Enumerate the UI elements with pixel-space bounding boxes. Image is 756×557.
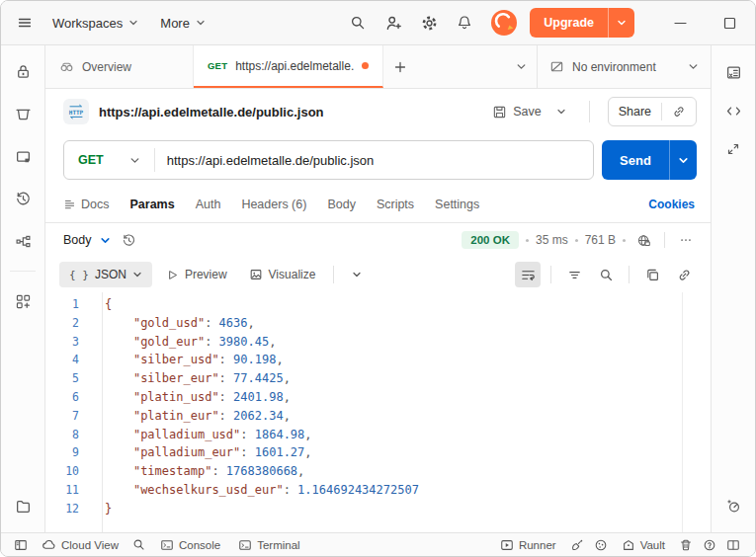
console-button[interactable]: Console: [153, 536, 227, 554]
api-lock-icon[interactable]: [10, 58, 36, 84]
collections-icon[interactable]: [10, 101, 36, 126]
help-icon[interactable]: [700, 536, 719, 554]
topbar: Workspaces More: [1, 1, 755, 45]
notifications-bell-icon[interactable]: [451, 9, 478, 37]
runner-button[interactable]: Runner: [493, 536, 563, 554]
vault-button[interactable]: Vault: [615, 536, 672, 554]
upgrade-chevron-icon[interactable]: [609, 8, 634, 38]
code-snippet-icon[interactable]: [720, 98, 746, 123]
send-button[interactable]: Send: [602, 140, 697, 180]
share-button[interactable]: Share: [608, 97, 697, 126]
code-line: 10 "timestamp": 1768380668,: [45, 462, 711, 481]
flows-icon[interactable]: [10, 228, 36, 254]
save-button[interactable]: Save: [492, 105, 542, 119]
request-url-input[interactable]: [155, 153, 593, 168]
trash-icon[interactable]: [676, 536, 696, 554]
right-sidebar: [711, 45, 755, 532]
copy-link-icon[interactable]: [672, 105, 686, 119]
response-size[interactable]: 761 B: [585, 233, 616, 247]
code-line: 12}: [45, 500, 711, 518]
response-format-select[interactable]: { } JSON: [59, 262, 152, 287]
line-number: 9: [45, 443, 92, 462]
response-time[interactable]: 35 ms: [536, 233, 568, 247]
request-tab-body[interactable]: Body: [327, 198, 356, 211]
copy-icon[interactable]: [639, 262, 665, 287]
wrap-text-icon[interactable]: [515, 262, 541, 287]
preview-button[interactable]: Preview: [158, 262, 235, 287]
line-number: 12: [45, 500, 92, 518]
request-tab-auth[interactable]: Auth: [196, 198, 221, 211]
image-icon: [249, 268, 263, 281]
more-label: More: [160, 16, 190, 31]
toggle-sidebar-icon[interactable]: [11, 536, 31, 554]
vault-label: Vault: [640, 539, 665, 551]
response-body-code[interactable]: 1{2 "gold_usd": 4636,3 "gold_eur": 3980.…: [45, 292, 711, 532]
workspaces-label: Workspaces: [52, 16, 123, 31]
chevron-down-icon[interactable]: [100, 235, 111, 246]
more-modules-icon[interactable]: [10, 288, 36, 314]
request-tab-scripts[interactable]: Scripts: [377, 198, 414, 211]
request-tabs-bar: DocsParamsAuthHeaders (6)BodyScriptsSett…: [45, 186, 711, 223]
more-menu[interactable]: More: [152, 12, 213, 35]
settings-gear-icon[interactable]: [415, 9, 443, 37]
cloud-view-button[interactable]: Cloud View: [35, 535, 126, 554]
response-toolbar: { } JSON Preview Visualize: [45, 257, 711, 292]
dot-separator: [575, 239, 578, 242]
workspaces-menu[interactable]: Workspaces: [44, 12, 146, 35]
toolbar-divider: [589, 101, 590, 122]
svg-text:HTTP: HTTP: [69, 109, 84, 116]
environment-selector[interactable]: No environment: [537, 45, 711, 88]
response-history-icon[interactable]: [119, 229, 140, 251]
upgrade-button[interactable]: Upgrade: [530, 8, 634, 38]
add-tab-button[interactable]: [383, 45, 417, 88]
search-icon[interactable]: [344, 9, 372, 37]
method-select[interactable]: GET: [64, 153, 154, 167]
vault-icon: [622, 538, 635, 552]
send-options-chevron-icon[interactable]: [670, 140, 697, 180]
response-body-tab[interactable]: Body: [63, 233, 92, 247]
code-line: 8 "palladium_usd": 1864.98,: [45, 426, 711, 444]
search-response-icon[interactable]: [593, 262, 619, 287]
overview-icon: [59, 59, 74, 74]
status-badge[interactable]: 200 OK: [462, 231, 519, 249]
request-tab-headers-6[interactable]: Headers (6): [241, 198, 306, 211]
send-label: Send: [602, 140, 669, 180]
network-info-globe-icon[interactable]: [632, 229, 654, 251]
request-tab-params[interactable]: Params: [129, 198, 174, 211]
resize-arrows-icon[interactable]: [720, 136, 746, 162]
save-options-chevron-icon[interactable]: [551, 98, 571, 125]
link-icon[interactable]: [671, 262, 697, 287]
postbot-icon[interactable]: [720, 493, 746, 518]
visualize-options-chevron-icon[interactable]: [344, 262, 370, 287]
window-minimize-button[interactable]: [666, 9, 694, 37]
response-more-options-icon[interactable]: [675, 229, 697, 251]
tab-list-chevron-icon[interactable]: [506, 45, 537, 88]
code-line: 6 "platin_usd": 2401.98,: [45, 388, 711, 407]
line-number: 1: [45, 295, 92, 314]
tab-overview[interactable]: Overview: [45, 45, 194, 88]
console-label: Console: [179, 539, 220, 551]
unsaved-changes-dot: [362, 62, 369, 69]
window-maximize-button[interactable]: [715, 9, 743, 37]
cookies-link[interactable]: Cookies: [648, 198, 695, 211]
capture-requests-icon[interactable]: [567, 536, 587, 554]
invite-user-icon[interactable]: [379, 9, 407, 37]
filter-icon[interactable]: [561, 262, 587, 287]
response-scrollbar[interactable]: [682, 292, 683, 532]
environments-icon[interactable]: [10, 143, 36, 169]
environment-quick-look-icon[interactable]: [720, 59, 746, 85]
visualize-button[interactable]: Visualize: [241, 262, 324, 287]
files-folder-icon[interactable]: [10, 493, 36, 518]
tab-request-active[interactable]: GET https://api.edelmetalle.c: [194, 45, 383, 88]
split-panel-icon[interactable]: [723, 536, 743, 554]
find-icon[interactable]: [129, 536, 149, 554]
braces-icon: { }: [69, 269, 89, 281]
request-tab-settings[interactable]: Settings: [435, 198, 479, 211]
cookies-icon[interactable]: [591, 536, 611, 554]
hamburger-menu-icon[interactable]: [11, 9, 39, 37]
visualize-label: Visualize: [269, 268, 316, 281]
toolbar-divider: [550, 266, 551, 283]
terminal-button[interactable]: Terminal: [231, 536, 306, 554]
request-tab-docs[interactable]: Docs: [63, 198, 109, 211]
history-icon[interactable]: [10, 186, 36, 211]
